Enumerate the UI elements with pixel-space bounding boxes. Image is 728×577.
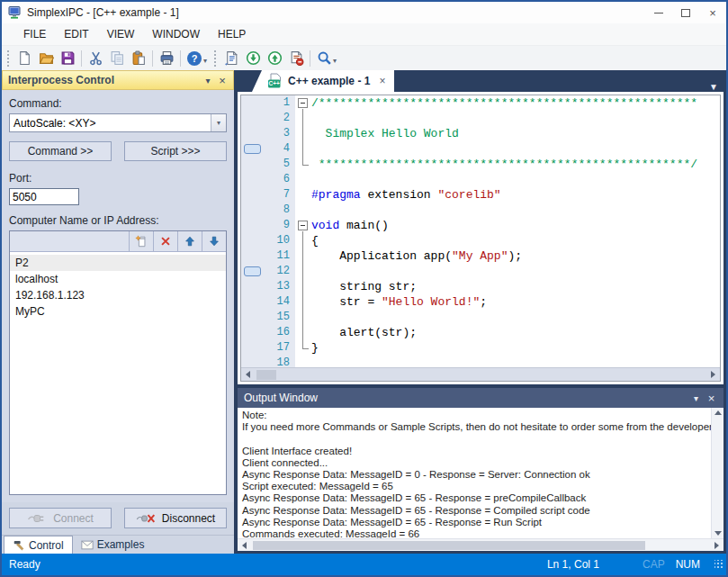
- scroll-down-icon[interactable]: [715, 531, 722, 536]
- scroll-right-icon[interactable]: [706, 368, 720, 381]
- bookmark-margin[interactable]: [241, 126, 265, 141]
- search-button[interactable]: [313, 48, 335, 68]
- bookmark-margin[interactable]: [241, 294, 265, 310]
- panel-tab-control[interactable]: Control: [4, 536, 73, 554]
- bookmark-margin[interactable]: [241, 248, 265, 264]
- bookmark-margin[interactable]: [241, 172, 265, 187]
- toolbar-grip[interactable]: [213, 50, 218, 68]
- bookmark-margin[interactable]: [241, 325, 265, 340]
- bookmark-margin[interactable]: [241, 187, 265, 203]
- bookmark-margin[interactable]: [241, 264, 265, 279]
- bookmark-margin[interactable]: [241, 141, 265, 157]
- panel-menu-caret-icon[interactable]: ▾: [201, 76, 215, 86]
- code-text: [311, 203, 720, 218]
- minimize-button[interactable]: [645, 3, 672, 23]
- bookmark-margin[interactable]: [241, 218, 265, 233]
- bookmark-margin[interactable]: [241, 157, 265, 172]
- scroll-up-icon[interactable]: [715, 410, 722, 415]
- output-hscrollbar[interactable]: [238, 538, 724, 551]
- add-item-button[interactable]: [129, 231, 153, 251]
- delete-button[interactable]: [153, 231, 177, 251]
- panel-close-icon[interactable]: ×: [215, 74, 229, 87]
- dropdown-caret-icon[interactable]: ▾: [333, 57, 337, 65]
- save-button[interactable]: [57, 48, 78, 68]
- fold-margin[interactable]: [295, 95, 311, 111]
- receive-button[interactable]: [242, 48, 264, 68]
- code-editor[interactable]: 1/**************************************…: [238, 92, 724, 384]
- help-button[interactable]: ?: [184, 48, 205, 68]
- command-combobox[interactable]: AutoScale: <XY> ▾: [9, 113, 227, 132]
- output-hscroll-thumb[interactable]: [253, 541, 645, 550]
- output-line: [242, 433, 711, 445]
- host-list-item[interactable]: MyPC: [10, 303, 226, 320]
- bookmark-margin[interactable]: [241, 340, 265, 356]
- bookmark-margin[interactable]: [241, 356, 265, 367]
- close-icon: ×: [709, 7, 716, 19]
- disconnect-button[interactable]: Disconnect: [124, 508, 227, 528]
- output-log[interactable]: Note:If you need more Commands or Sample…: [238, 408, 711, 538]
- editor-hscroll-thumb[interactable]: [256, 370, 276, 380]
- close-button[interactable]: ×: [699, 3, 726, 23]
- bookmark-margin[interactable]: [241, 279, 265, 294]
- menu-item-edit[interactable]: EDIT: [55, 23, 97, 45]
- command-combobox-value: AutoScale: <XY>: [10, 117, 211, 130]
- print-button[interactable]: [156, 48, 177, 68]
- command-button[interactable]: Command >>: [9, 141, 112, 161]
- move-down-button[interactable]: [202, 231, 226, 251]
- open-button[interactable]: [35, 48, 57, 68]
- paste-button[interactable]: [128, 48, 149, 68]
- scroll-left-icon[interactable]: [238, 539, 251, 551]
- bookmark-margin[interactable]: [241, 310, 265, 325]
- dropdown-caret-icon[interactable]: ▾: [203, 57, 207, 65]
- resize-grip[interactable]: [715, 560, 724, 569]
- output-menu-caret-icon[interactable]: ▾: [688, 393, 704, 403]
- script-button[interactable]: Script >>>: [124, 141, 227, 161]
- combobox-caret-icon[interactable]: ▾: [211, 114, 226, 131]
- cut-button[interactable]: [85, 48, 106, 68]
- editor-tab[interactable]: C++ C++ example - 1 ×: [252, 70, 394, 92]
- tab-list-caret-icon[interactable]: ▼: [709, 79, 724, 92]
- copy-button[interactable]: [106, 48, 128, 68]
- bookmark-margin[interactable]: [241, 111, 265, 126]
- interprocess-control-panel: Interprocess Control ▾ × Command: AutoSc…: [2, 70, 234, 554]
- output-close-icon[interactable]: ×: [704, 392, 719, 405]
- output-line: Async Response Data: MessageID = 0 - Res…: [242, 469, 711, 481]
- menu-item-help[interactable]: HELP: [209, 23, 255, 45]
- run-script-button[interactable]: [220, 48, 242, 68]
- status-ready: Ready: [9, 558, 547, 571]
- new-file-button[interactable]: [13, 48, 35, 68]
- code-line: 14 str = "Hello World!";: [241, 294, 720, 310]
- editor-tab-close-icon[interactable]: ×: [379, 75, 385, 87]
- bookmark-margin[interactable]: [241, 95, 265, 111]
- menu-item-view[interactable]: VIEW: [98, 23, 144, 45]
- host-list-item[interactable]: P2: [10, 255, 226, 271]
- send-button[interactable]: [264, 48, 285, 68]
- bookmark-margin[interactable]: [241, 203, 265, 218]
- fold-collapse-icon: [298, 98, 308, 108]
- remove-script-button[interactable]: [285, 48, 307, 68]
- menu-item-file[interactable]: FILE: [14, 23, 55, 45]
- host-list-item[interactable]: localhost: [10, 271, 226, 287]
- fold-margin[interactable]: [295, 218, 311, 233]
- move-up-button[interactable]: [177, 231, 202, 251]
- output-window: Output Window ▾ × Note:If you need more …: [238, 388, 724, 551]
- scroll-right-icon[interactable]: [710, 539, 724, 551]
- menu-item-window[interactable]: WINDOW: [143, 23, 209, 45]
- panel-tab-examples[interactable]: Examples: [73, 536, 153, 554]
- connect-button[interactable]: Connect: [9, 508, 112, 528]
- code-line: 13 string str;: [241, 279, 720, 294]
- host-list-item[interactable]: 192.168.1.123: [10, 287, 226, 303]
- toolbar-grip[interactable]: [6, 50, 11, 68]
- fold-margin: [295, 279, 311, 294]
- scroll-left-icon[interactable]: [241, 368, 255, 381]
- output-vscrollbar[interactable]: [711, 408, 724, 538]
- code-text: Application app("My App");: [311, 248, 720, 264]
- host-list-label: Computer Name or IP Address:: [9, 214, 227, 227]
- connection-button-row: Connect Disconnect: [9, 508, 227, 528]
- port-input[interactable]: [9, 188, 79, 205]
- code-area[interactable]: 1/**************************************…: [241, 95, 720, 367]
- editor-hscrollbar[interactable]: [241, 367, 720, 381]
- bookmark-margin[interactable]: [241, 233, 265, 248]
- maximize-button[interactable]: [672, 3, 699, 23]
- code-line: 7#pragma extension "corelib": [241, 187, 720, 203]
